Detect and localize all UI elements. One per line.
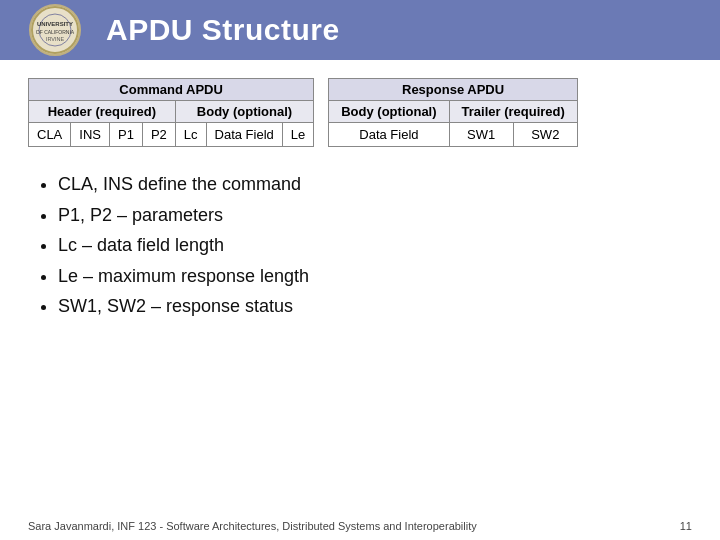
- header-bar: UNIVERSITY OF CALIFORNIA IRVINE APDU Str…: [0, 0, 720, 60]
- command-apdu-table: Command APDU Header (required) Body (opt…: [28, 78, 314, 147]
- cla-cell: CLA: [29, 123, 71, 147]
- lc-cell: Lc: [175, 123, 206, 147]
- response-apdu-caption: Response APDU: [328, 78, 578, 100]
- body-optional-label: Body (optional): [175, 101, 313, 123]
- le-cell: Le: [282, 123, 313, 147]
- response-trailer-label: Trailer (required): [449, 101, 577, 123]
- bullet-item: CLA, INS define the command: [58, 169, 692, 200]
- sw2-cell: SW2: [513, 123, 577, 147]
- bullet-list: CLA, INS define the commandP1, P2 – para…: [58, 169, 692, 322]
- sw1-cell: SW1: [449, 123, 513, 147]
- svg-text:UNIVERSITY: UNIVERSITY: [37, 21, 73, 27]
- logo-area: UNIVERSITY OF CALIFORNIA IRVINE: [20, 3, 90, 58]
- footer: Sara Javanmardi, INF 123 - Software Arch…: [0, 520, 720, 532]
- header-required-label: Header (required): [29, 101, 176, 123]
- svg-text:OF CALIFORNIA: OF CALIFORNIA: [36, 29, 75, 35]
- footer-citation: Sara Javanmardi, INF 123 - Software Arch…: [28, 520, 477, 532]
- p1-cell: P1: [109, 123, 142, 147]
- p2-cell: P2: [142, 123, 175, 147]
- ins-cell: INS: [71, 123, 110, 147]
- bullet-item: Lc – data field length: [58, 230, 692, 261]
- response-apdu-table: Response APDU Body (optional) Trailer (r…: [328, 78, 578, 147]
- bullet-item: Le – maximum response length: [58, 261, 692, 292]
- page-number: 11: [680, 520, 692, 532]
- bullet-item: SW1, SW2 – response status: [58, 291, 692, 322]
- bullet-item: P1, P2 – parameters: [58, 200, 692, 231]
- page-title: APDU Structure: [106, 13, 340, 47]
- response-data-field-cell: Data Field: [329, 123, 449, 147]
- svg-text:IRVINE: IRVINE: [46, 36, 65, 42]
- response-body-optional-label: Body (optional): [329, 101, 449, 123]
- university-logo: UNIVERSITY OF CALIFORNIA IRVINE: [29, 4, 81, 56]
- command-apdu-caption: Command APDU: [28, 78, 314, 100]
- main-content: Command APDU Header (required) Body (opt…: [0, 60, 720, 332]
- data-field-cell: Data Field: [206, 123, 282, 147]
- apdu-tables-container: Command APDU Header (required) Body (opt…: [28, 78, 692, 147]
